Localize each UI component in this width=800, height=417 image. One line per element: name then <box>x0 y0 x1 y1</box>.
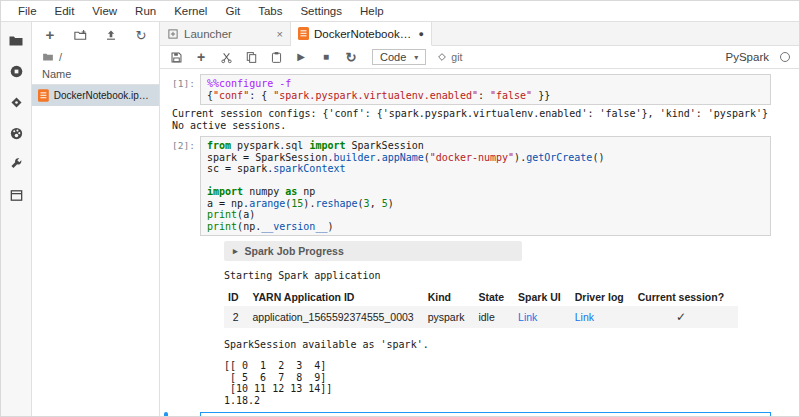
tab-notebook[interactable]: DockerNotebook.ipynb ● <box>291 22 432 46</box>
jupyterlab-window: File Edit View Run Kernel Git Tabs Setti… <box>0 0 800 417</box>
spark-job-progress-header[interactable]: ▸ Spark Job Progress <box>224 241 522 261</box>
empty-active-cell: [ ]: <box>160 412 799 416</box>
code-line: from pyspark.sql import SparkSession <box>207 140 764 152</box>
notebook-file-icon <box>38 89 49 102</box>
menu-view[interactable]: View <box>83 5 126 17</box>
table-row: 2 application_1565592374555_0003 pyspark… <box>224 306 738 328</box>
new-launcher-button[interactable]: + <box>42 27 58 43</box>
code-line: print(a) <box>207 209 764 221</box>
file-item-notebook[interactable]: DockerNotebook.ipynb <box>32 85 159 106</box>
launcher-icon <box>167 28 179 40</box>
output-line: Starting Spark application <box>224 270 771 282</box>
spark-session-message: SparkSession available as 'spark'. <box>224 339 771 351</box>
input-prompt: [2]: <box>168 136 200 236</box>
stream-output: [[ 0 1 2 3 4] [ 5 6 7 8 9] [10 11 12 13 … <box>224 360 771 406</box>
cell-type-dropdown[interactable]: Code ▾ <box>372 49 426 65</box>
menu-help[interactable]: Help <box>351 5 393 17</box>
collapsed-arrow-icon: ▸ <box>233 246 238 256</box>
notebook-file-icon <box>298 27 309 40</box>
running-sessions-icon[interactable] <box>8 63 25 80</box>
output-line: 1.18.2 <box>224 395 771 407</box>
output-line: [ 5 6 7 8 9] <box>224 372 771 384</box>
cell-yarn-app-id: application_1565592374555_0003 <box>253 306 428 328</box>
git-button-label: git <box>451 51 462 63</box>
tab-notebook-label: DockerNotebook.ipynb <box>314 28 414 40</box>
code-editor-2[interactable]: from pyspark.sql import SparkSessionspar… <box>200 136 771 236</box>
current-session-check-icon: ✓ <box>638 306 738 328</box>
col-yarn-app-id: YARN Application ID <box>253 288 428 306</box>
tab-bar: Launcher × DockerNotebook.ipynb ● <box>160 22 799 46</box>
output-line: [10 11 12 13 14]] <box>224 383 771 395</box>
menu-edit[interactable]: Edit <box>46 5 84 17</box>
restart-kernel-icon[interactable]: ↻ <box>344 50 358 64</box>
table-header-row: ID YARN Application ID Kind State Spark … <box>224 288 738 306</box>
code-cell-1: [1]: %%configure -f{"conf": { "spark.pys… <box>160 74 799 105</box>
menu-kernel[interactable]: Kernel <box>165 5 216 17</box>
col-state: State <box>478 288 518 306</box>
menubar: File Edit View Run Kernel Git Tabs Setti… <box>1 1 799 22</box>
code-line: spark = SparkSession.builder.appName("do… <box>207 152 764 164</box>
menu-run[interactable]: Run <box>126 5 165 17</box>
file-browser-panel: + ↻ / Name DockerNotebook.ipynb <box>32 22 160 416</box>
cell-type-value: Code <box>380 51 406 63</box>
copy-cells-icon[interactable] <box>244 50 258 64</box>
cut-cells-icon[interactable] <box>219 50 233 64</box>
close-tab-icon[interactable]: × <box>277 28 283 40</box>
file-list-name-header[interactable]: Name <box>32 65 159 85</box>
spark-starting-message: Starting Spark application <box>224 270 771 282</box>
kernel-status-icon <box>780 52 790 62</box>
active-code-editor[interactable] <box>200 412 771 416</box>
menu-settings[interactable]: Settings <box>291 5 351 17</box>
code-line: print(np.__version__) <box>207 221 764 233</box>
git-button[interactable]: git <box>437 51 462 63</box>
tab-launcher[interactable]: Launcher × <box>160 22 291 45</box>
run-cell-icon[interactable]: ▶ <box>294 50 308 64</box>
spark-ui-link[interactable]: Link <box>518 306 575 328</box>
new-folder-button[interactable] <box>72 27 88 43</box>
property-inspector-icon[interactable] <box>8 156 25 173</box>
code-line <box>207 175 764 187</box>
cell-state: idle <box>478 306 518 328</box>
dirty-indicator-icon[interactable]: ● <box>419 29 424 39</box>
output-cell-1: Current session configs: {'conf': {'spar… <box>172 108 771 131</box>
kernel-name[interactable]: PySpark <box>726 51 769 63</box>
spark-job-progress-label: Spark Job Progress <box>245 245 344 257</box>
input-prompt: [ ]: <box>168 412 200 416</box>
git-sidebar-icon[interactable] <box>8 94 25 111</box>
upload-button[interactable] <box>103 27 119 43</box>
breadcrumb[interactable]: / <box>32 48 159 65</box>
col-current-session: Current session? <box>638 288 738 306</box>
code-line: import numpy as np <box>207 186 764 198</box>
insert-cell-icon[interactable]: + <box>194 50 208 64</box>
breadcrumb-root[interactable]: / <box>59 51 62 63</box>
col-driver-log: Driver log <box>575 288 638 306</box>
interrupt-kernel-icon[interactable]: ■ <box>319 50 333 64</box>
driver-log-link[interactable]: Link <box>575 306 638 328</box>
input-prompt: [1]: <box>168 74 200 105</box>
menu-git[interactable]: Git <box>216 5 249 17</box>
code-line: sc = spark.sparkContext <box>207 163 764 175</box>
command-palette-icon[interactable] <box>8 125 25 142</box>
code-cell-2: [2]: from pyspark.sql import SparkSessio… <box>160 136 799 236</box>
activity-bar <box>1 22 32 416</box>
code-editor-1[interactable]: %%configure -f{"conf": { "spark.pyspark.… <box>200 74 771 105</box>
col-spark-ui: Spark UI <box>518 288 575 306</box>
output-line: Current session configs: {'conf': {'spar… <box>172 108 771 120</box>
menu-file[interactable]: File <box>9 5 46 17</box>
menu-tabs[interactable]: Tabs <box>249 5 291 17</box>
output-line: [[ 0 1 2 3 4] <box>224 360 771 372</box>
output-line: SparkSession available as 'spark'. <box>224 339 771 351</box>
paste-cells-icon[interactable] <box>269 50 283 64</box>
col-kind: Kind <box>428 288 479 306</box>
output-cell-2: ▸ Spark Job Progress Starting Spark appl… <box>224 241 771 406</box>
notebook-content: [1]: %%configure -f{"conf": { "spark.pys… <box>160 69 799 416</box>
code-line: %%configure -f <box>207 78 764 90</box>
save-icon[interactable] <box>169 50 183 64</box>
refresh-icon[interactable]: ↻ <box>133 27 149 43</box>
file-browser-icon[interactable] <box>8 32 25 49</box>
code-line: a = np.arange(15).reshape(3, 5) <box>207 198 764 210</box>
file-item-label: DockerNotebook.ipynb <box>54 90 153 101</box>
main-area: Launcher × DockerNotebook.ipynb ● + <box>160 22 799 416</box>
code-line: {"conf": { "spark.pyspark.virtualenv.ena… <box>207 90 764 102</box>
open-tabs-icon[interactable] <box>8 187 25 204</box>
